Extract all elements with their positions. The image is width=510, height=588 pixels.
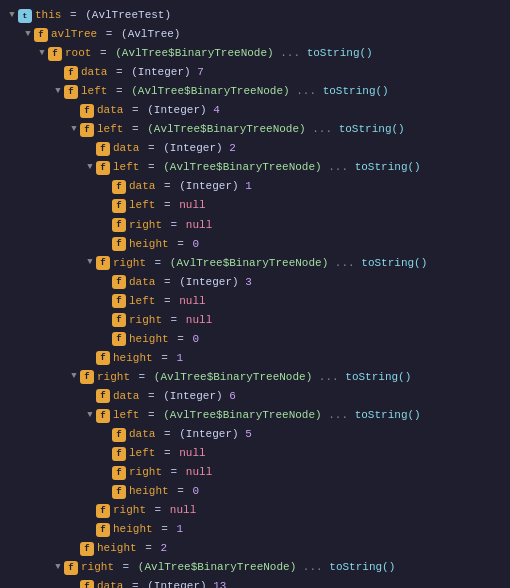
height-0-3-row[interactable]: f height = 0 bbox=[100, 330, 506, 349]
right-null-1-label: right = null bbox=[129, 217, 212, 234]
this-row[interactable]: t this = (AvlTreeTest) bbox=[4, 6, 506, 25]
data3-icon: f bbox=[112, 275, 126, 289]
avltree-label: avlTree = (AvlTree) bbox=[51, 26, 180, 43]
right-null6-icon: f bbox=[96, 504, 110, 518]
left-null-1-row[interactable]: f left = null bbox=[100, 196, 506, 215]
height-0-5-label: height = 0 bbox=[129, 483, 199, 500]
height-1-6-row[interactable]: f height = 1 bbox=[84, 520, 506, 539]
data2-icon: f bbox=[96, 142, 110, 156]
height03-icon: f bbox=[112, 332, 126, 346]
left-of-6-label: left = (AvlTree$BinaryTreeNode) ... toSt… bbox=[113, 407, 421, 424]
left2-icon: f bbox=[80, 123, 94, 137]
data-3-row[interactable]: f data = (Integer) 3 bbox=[100, 273, 506, 292]
data-1-label: data = (Integer) 1 bbox=[129, 178, 252, 195]
data-4-row[interactable]: f data = (Integer) 4 bbox=[68, 101, 506, 120]
data-13-row[interactable]: f data = (Integer) 13 bbox=[68, 577, 506, 588]
data-4-label: data = (Integer) 4 bbox=[97, 102, 220, 119]
root-label: root = (AvlTree$BinaryTreeNode) ... toSt… bbox=[65, 45, 373, 62]
left-null-5-row[interactable]: f left = null bbox=[100, 444, 506, 463]
right-null-1-row[interactable]: f right = null bbox=[100, 216, 506, 235]
right-null-3-label: right = null bbox=[129, 312, 212, 329]
left-of-6-row[interactable]: f left = (AvlTree$BinaryTreeNode) ... to… bbox=[84, 406, 506, 425]
right-null1-icon: f bbox=[112, 218, 126, 232]
right-null-5-label: right = null bbox=[129, 464, 212, 481]
root-row[interactable]: f root = (AvlTree$BinaryTreeNode) ... to… bbox=[36, 44, 506, 63]
right-13-label: right = (AvlTree$BinaryTreeNode) ... toS… bbox=[81, 559, 395, 576]
avltree-icon: f bbox=[34, 28, 48, 42]
right13-icon: f bbox=[64, 561, 78, 575]
left-null-3-row[interactable]: f left = null bbox=[100, 292, 506, 311]
height-0-5-row[interactable]: f height = 0 bbox=[100, 482, 506, 501]
left-of6-arrow[interactable] bbox=[84, 409, 96, 423]
data-6-label: data = (Integer) 6 bbox=[113, 388, 236, 405]
data-5-label: data = (Integer) 5 bbox=[129, 426, 252, 443]
data1-icon: f bbox=[112, 180, 126, 194]
left-null5-icon: f bbox=[112, 447, 126, 461]
left-null-3-label: left = null bbox=[129, 293, 206, 310]
right-of2-icon: f bbox=[96, 256, 110, 270]
right-null5-icon: f bbox=[112, 466, 126, 480]
left-of-2-label: left = (AvlTree$BinaryTreeNode) ... toSt… bbox=[113, 159, 421, 176]
right-null3-icon: f bbox=[112, 313, 126, 327]
this-icon: t bbox=[18, 9, 32, 23]
right6-arrow[interactable] bbox=[68, 370, 80, 384]
height-0-3-label: height = 0 bbox=[129, 331, 199, 348]
height12-icon: f bbox=[96, 351, 110, 365]
this-arrow[interactable] bbox=[6, 9, 18, 23]
left-of6-icon: f bbox=[96, 409, 110, 423]
height01-icon: f bbox=[112, 237, 126, 251]
height-1-6-label: height = 1 bbox=[113, 521, 183, 538]
right-null-6-row[interactable]: f right = null bbox=[84, 501, 506, 520]
right-of-2-label: right = (AvlTree$BinaryTreeNode) ... toS… bbox=[113, 255, 427, 272]
height-2-4-label: height = 2 bbox=[97, 540, 167, 557]
left-2-label: left = (AvlTree$BinaryTreeNode) ... toSt… bbox=[97, 121, 405, 138]
left-null-1-label: left = null bbox=[129, 197, 206, 214]
data-2-row[interactable]: f data = (Integer) 2 bbox=[84, 139, 506, 158]
data-13-label: data = (Integer) 13 bbox=[97, 578, 226, 588]
data7-icon: f bbox=[64, 66, 78, 80]
data6-icon: f bbox=[96, 389, 110, 403]
root-icon: f bbox=[48, 47, 62, 61]
right-null-6-label: right = null bbox=[113, 502, 196, 519]
avltree-row[interactable]: f avlTree = (AvlTree) bbox=[20, 25, 506, 44]
right-6-row[interactable]: f right = (AvlTree$BinaryTreeNode) ... t… bbox=[68, 368, 506, 387]
height-0-1-row[interactable]: f height = 0 bbox=[100, 235, 506, 254]
data-6-row[interactable]: f data = (Integer) 6 bbox=[84, 387, 506, 406]
debugger-tree: t this = (AvlTreeTest) f avlTree = (AvlT… bbox=[0, 0, 510, 588]
height-1-2-label: height = 1 bbox=[113, 350, 183, 367]
left-null3-icon: f bbox=[112, 294, 126, 308]
left-2-row[interactable]: f left = (AvlTree$BinaryTreeNode) ... to… bbox=[68, 120, 506, 139]
left-of-2-row[interactable]: f left = (AvlTree$BinaryTreeNode) ... to… bbox=[84, 158, 506, 177]
left-null-5-label: left = null bbox=[129, 445, 206, 462]
right-13-row[interactable]: f right = (AvlTree$BinaryTreeNode) ... t… bbox=[52, 558, 506, 577]
avltree-arrow[interactable] bbox=[22, 28, 34, 42]
data-7-label: data = (Integer) 7 bbox=[81, 64, 204, 81]
data-7-row[interactable]: f data = (Integer) 7 bbox=[52, 63, 506, 82]
left-4-row[interactable]: f left = (AvlTree$BinaryTreeNode) ... to… bbox=[52, 82, 506, 101]
data4-icon: f bbox=[80, 104, 94, 118]
data13-icon: f bbox=[80, 580, 94, 588]
height24-icon: f bbox=[80, 542, 94, 556]
left-of2-arrow[interactable] bbox=[84, 161, 96, 175]
left-null1-icon: f bbox=[112, 199, 126, 213]
height-2-4-row[interactable]: f height = 2 bbox=[68, 539, 506, 558]
right13-arrow[interactable] bbox=[52, 561, 64, 575]
data-1-row[interactable]: f data = (Integer) 1 bbox=[100, 177, 506, 196]
right-null-3-row[interactable]: f right = null bbox=[100, 311, 506, 330]
height16-icon: f bbox=[96, 523, 110, 537]
data-3-label: data = (Integer) 3 bbox=[129, 274, 252, 291]
height-0-1-label: height = 0 bbox=[129, 236, 199, 253]
left2-arrow[interactable] bbox=[68, 123, 80, 137]
root-arrow[interactable] bbox=[36, 47, 48, 61]
left-4-label: left = (AvlTree$BinaryTreeNode) ... toSt… bbox=[81, 83, 389, 100]
data5-icon: f bbox=[112, 428, 126, 442]
data-2-label: data = (Integer) 2 bbox=[113, 140, 236, 157]
right-of-2-row[interactable]: f right = (AvlTree$BinaryTreeNode) ... t… bbox=[84, 254, 506, 273]
right-of2-arrow[interactable] bbox=[84, 256, 96, 270]
right-null-5-row[interactable]: f right = null bbox=[100, 463, 506, 482]
left4-arrow[interactable] bbox=[52, 85, 64, 99]
data-5-row[interactable]: f data = (Integer) 5 bbox=[100, 425, 506, 444]
left-of2-icon: f bbox=[96, 161, 110, 175]
height-1-2-row[interactable]: f height = 1 bbox=[84, 349, 506, 368]
left4-icon: f bbox=[64, 85, 78, 99]
